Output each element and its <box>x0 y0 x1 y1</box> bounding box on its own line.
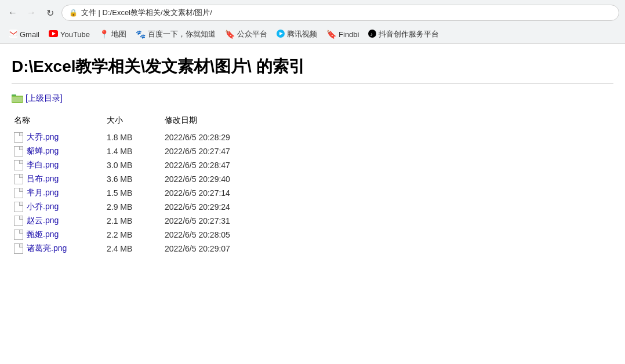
file-size-cell: 1.5 MB <box>104 186 162 200</box>
table-row: 甄姬.png2.2 MB2022/6/5 20:28:05 <box>12 228 613 242</box>
maps-icon: 📍 <box>99 30 109 39</box>
file-table-body: 大乔.png1.8 MB2022/6/5 20:28:29貂蝉.png1.4 M… <box>12 130 613 256</box>
table-row: 大乔.png1.8 MB2022/6/5 20:28:29 <box>12 130 613 144</box>
findbi-icon: 🔖 <box>326 30 336 39</box>
file-size-cell: 2.4 MB <box>104 242 162 256</box>
file-name-cell: 李白.png <box>12 158 104 172</box>
file-date-cell: 2022/6/5 20:28:29 <box>162 130 613 144</box>
page-title: D:\Excel教学相关\发文素材\图片\ 的索引 <box>12 56 613 84</box>
svg-rect-10 <box>12 97 23 102</box>
file-size-cell: 1.8 MB <box>104 130 162 144</box>
file-date-cell: 2022/6/5 20:27:47 <box>162 144 613 158</box>
file-name-cell: 甄姬.png <box>12 228 104 242</box>
bookmark-baidu-label: 百度一下，你就知道 <box>148 29 216 39</box>
page-content: D:\Excel教学相关\发文素材\图片\ 的索引 [上级目录] 名称 大小 修… <box>0 44 625 345</box>
file-size-cell: 1.4 MB <box>104 144 162 158</box>
file-icon <box>14 160 23 170</box>
bookmark-youtube[interactable]: YouTube <box>45 28 93 40</box>
file-icon <box>14 146 23 156</box>
nav-bar: ← → ↻ 🔒 文件 | D:/Excel教学相关/发文素材/图片/ <box>0 0 625 26</box>
file-size-cell: 2.9 MB <box>104 200 162 214</box>
file-date-cell: 2022/6/5 20:29:24 <box>162 200 613 214</box>
bookmark-douyin-label: 抖音创作服务平台 <box>379 29 439 39</box>
file-date-cell: 2022/6/5 20:29:40 <box>162 172 613 186</box>
file-icon <box>14 132 23 143</box>
file-icon <box>14 243 23 254</box>
file-icon <box>14 216 23 226</box>
file-icon <box>14 202 23 212</box>
file-name-cell: 赵云.png <box>12 214 104 228</box>
bookmark-tencent-label: 腾讯视频 <box>287 29 317 39</box>
table-row: 吕布.png3.6 MB2022/6/5 20:29:40 <box>12 172 613 186</box>
table-row: 貂蝉.png1.4 MB2022/6/5 20:27:47 <box>12 144 613 158</box>
bookmark-baidu[interactable]: 🐾百度一下，你就知道 <box>132 28 219 41</box>
bookmark-youtube-label: YouTube <box>60 30 90 39</box>
file-link[interactable]: 大乔.png <box>27 132 59 143</box>
file-link[interactable]: 李白.png <box>27 160 59 170</box>
address-text: 文件 | D:/Excel教学相关/发文素材/图片/ <box>81 8 212 18</box>
bookmark-tencent[interactable]: 腾讯视频 <box>273 28 321 41</box>
file-icon <box>14 230 23 240</box>
folder-icon <box>12 94 23 103</box>
tencent-icon <box>277 30 285 39</box>
table-row: 小乔.png2.9 MB2022/6/5 20:29:24 <box>12 200 613 214</box>
file-link[interactable]: 芈月.png <box>27 188 59 198</box>
file-name-cell: 吕布.png <box>12 172 104 186</box>
file-name-cell: 小乔.png <box>12 200 104 214</box>
gmail-icon <box>9 30 17 39</box>
address-bar[interactable]: 🔒 文件 | D:/Excel教学相关/发文素材/图片/ <box>61 5 619 21</box>
gongzhong-icon: 🔖 <box>225 30 235 39</box>
baidu-icon: 🐾 <box>136 30 146 39</box>
file-size-cell: 2.2 MB <box>104 228 162 242</box>
file-link[interactable]: 小乔.png <box>27 202 59 212</box>
bookmarks-bar: GmailYouTube📍地图🐾百度一下，你就知道🔖公众平台腾讯视频🔖Findb… <box>0 26 625 43</box>
bookmark-douyin[interactable]: ♪抖音创作服务平台 <box>365 28 442 41</box>
bookmark-gmail[interactable]: Gmail <box>6 28 43 41</box>
bookmark-maps[interactable]: 📍地图 <box>96 28 130 41</box>
bookmark-findbi[interactable]: 🔖Findbi <box>323 28 362 40</box>
lock-icon: 🔒 <box>69 9 78 17</box>
table-row: 芈月.png1.5 MB2022/6/5 20:27:14 <box>12 186 613 200</box>
forward-button[interactable]: → <box>24 6 38 20</box>
file-name-cell: 诸葛亮.png <box>12 242 104 256</box>
col-date-header: 修改日期 <box>162 113 613 130</box>
file-date-cell: 2022/6/5 20:27:14 <box>162 186 613 200</box>
browser-chrome: ← → ↻ 🔒 文件 | D:/Excel教学相关/发文素材/图片/ Gmail… <box>0 0 625 44</box>
svg-rect-0 <box>9 30 17 38</box>
back-button[interactable]: ← <box>6 6 20 20</box>
file-size-cell: 3.0 MB <box>104 158 162 172</box>
table-row: 李白.png3.0 MB2022/6/5 20:28:47 <box>12 158 613 172</box>
file-name-cell: 大乔.png <box>12 130 104 144</box>
bookmark-gongzhong[interactable]: 🔖公众平台 <box>221 28 271 41</box>
svg-text:♪: ♪ <box>370 31 373 37</box>
file-link[interactable]: 甄姬.png <box>27 230 59 240</box>
bookmark-maps-label: 地图 <box>111 29 126 39</box>
file-table: 名称 大小 修改日期 大乔.png1.8 MB2022/6/5 20:28:29… <box>12 113 613 256</box>
file-icon <box>14 174 23 184</box>
file-link[interactable]: 诸葛亮.png <box>27 243 67 254</box>
file-size-cell: 2.1 MB <box>104 214 162 228</box>
file-date-cell: 2022/6/5 20:28:05 <box>162 228 613 242</box>
col-name-header: 名称 <box>12 113 104 130</box>
table-header-row: 名称 大小 修改日期 <box>12 113 613 130</box>
bookmark-gmail-label: Gmail <box>20 30 39 39</box>
file-name-cell: 貂蝉.png <box>12 144 104 158</box>
file-link[interactable]: 吕布.png <box>27 174 59 184</box>
file-date-cell: 2022/6/5 20:29:07 <box>162 242 613 256</box>
file-name-cell: 芈月.png <box>12 186 104 200</box>
youtube-icon <box>49 30 58 39</box>
file-icon <box>14 188 23 198</box>
file-link[interactable]: 貂蝉.png <box>27 146 59 156</box>
file-size-cell: 3.6 MB <box>104 172 162 186</box>
table-row: 赵云.png2.1 MB2022/6/5 20:27:31 <box>12 214 613 228</box>
file-date-cell: 2022/6/5 20:27:31 <box>162 214 613 228</box>
table-row: 诸葛亮.png2.4 MB2022/6/5 20:29:07 <box>12 242 613 256</box>
file-date-cell: 2022/6/5 20:28:47 <box>162 158 613 172</box>
douyin-icon: ♪ <box>368 30 376 39</box>
col-size-header: 大小 <box>104 113 162 130</box>
file-link[interactable]: 赵云.png <box>27 216 59 226</box>
bookmark-findbi-label: Findbi <box>339 30 359 39</box>
parent-dir: [上级目录] <box>12 93 613 104</box>
parent-dir-link[interactable]: [上级目录] <box>26 93 63 104</box>
reload-button[interactable]: ↻ <box>43 6 57 20</box>
